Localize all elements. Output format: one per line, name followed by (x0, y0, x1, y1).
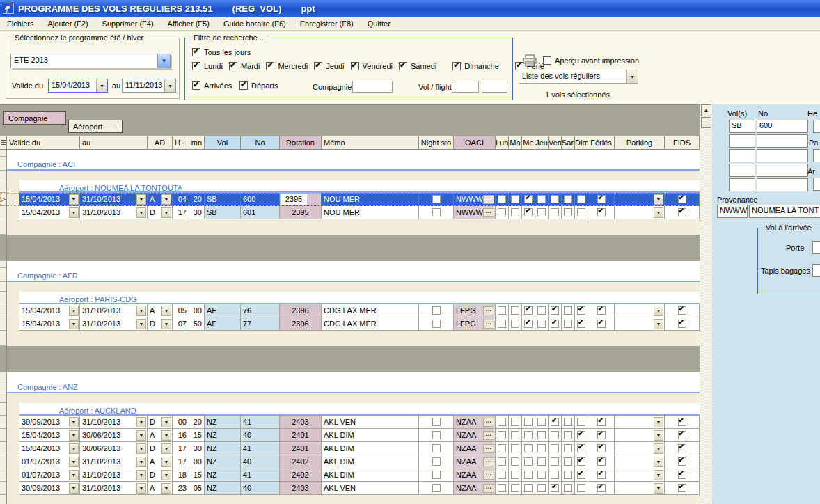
printer-icon[interactable] (522, 54, 537, 67)
day-vendredi-cell[interactable] (549, 206, 562, 219)
rotation-cell[interactable]: 2402 (280, 468, 322, 482)
day-mercredi-cell[interactable] (522, 317, 535, 331)
minute-cell[interactable]: 20 (189, 193, 205, 206)
minute-cell[interactable]: 00 (189, 455, 205, 468)
day-mercredi-cell[interactable] (522, 455, 535, 468)
chevron-down-icon[interactable]: ▼ (136, 430, 146, 441)
checkbox-icon[interactable] (551, 431, 559, 439)
flight-number-cell[interactable]: 41 (241, 442, 280, 455)
flight-row[interactable]: ▷15/04/2013▼31/10/2013▼A▼0420SB6002395NO… (0, 193, 700, 206)
checkbox-icon[interactable] (498, 320, 506, 328)
rotation-cell[interactable]: 2402 (280, 455, 322, 468)
checkbox-icon[interactable] (511, 195, 519, 203)
column-header-ma[interactable]: Ma (509, 136, 522, 149)
day-dimanche-cell[interactable] (575, 482, 588, 495)
checkbox-icon[interactable] (551, 457, 559, 466)
row-selector-cell[interactable] (0, 442, 7, 455)
feries-cell[interactable] (588, 482, 615, 495)
column-header-vol[interactable]: Vol (205, 136, 241, 149)
day-lundi-cell[interactable] (496, 304, 509, 317)
chevron-down-icon[interactable]: ▼ (69, 207, 79, 218)
oaci-cell[interactable]: NZAA… (454, 416, 496, 429)
menu-item-fichiers[interactable]: Fichiers (0, 18, 41, 29)
memo-cell[interactable]: AKL DIM (322, 429, 419, 442)
day-lundi-cell[interactable] (496, 416, 509, 429)
checkbox-icon[interactable] (229, 62, 237, 70)
checkbox-icon[interactable] (551, 471, 559, 479)
checkbox-icon[interactable] (537, 195, 546, 203)
checkbox-icon[interactable] (432, 484, 441, 492)
checkbox-icon[interactable] (524, 306, 533, 315)
arrivee-field[interactable] (813, 178, 820, 191)
memo-cell[interactable]: NOU MER (322, 193, 419, 206)
rotation-cell[interactable]: 2396 (280, 304, 322, 317)
checkbox-icon[interactable] (432, 195, 441, 203)
day-dimanche-cell[interactable] (575, 442, 588, 455)
column-header-valide-du[interactable]: Valide du (7, 136, 80, 149)
checkbox-icon[interactable] (537, 457, 546, 466)
day-samedi-cell[interactable] (562, 317, 575, 331)
column-header-f-ri-s[interactable]: Fériés (588, 136, 615, 149)
scrollbar-thumb[interactable] (701, 117, 711, 128)
row-selector-cell[interactable] (0, 379, 7, 393)
row-selector-cell[interactable] (0, 157, 7, 171)
checkbox-icon[interactable] (577, 320, 585, 328)
valid-from-cell[interactable]: 15/04/2013▼ (19, 442, 80, 455)
parking-cell[interactable]: ▼ (615, 482, 665, 495)
column-header-me[interactable]: Me (522, 136, 535, 149)
chevron-down-icon[interactable]: ▼ (136, 483, 146, 494)
chevron-down-icon[interactable]: ▼ (136, 443, 146, 454)
checkbox-mardi[interactable]: Mardi (229, 62, 260, 70)
night-stop-cell[interactable] (419, 193, 454, 206)
airline-code-cell[interactable]: NZ (205, 482, 241, 495)
checkbox-icon[interactable] (597, 431, 606, 439)
day-samedi-cell[interactable] (562, 304, 575, 317)
day-jeudi-cell[interactable] (535, 468, 549, 482)
airline-code-cell[interactable]: AF (205, 304, 241, 317)
day-jeudi-cell[interactable] (535, 442, 549, 455)
checkbox-icon[interactable] (432, 320, 441, 328)
checkbox-icon[interactable] (564, 457, 572, 466)
chevron-down-icon[interactable]: ▼ (654, 194, 663, 205)
feries-cell[interactable] (588, 429, 615, 442)
group-tab-compagnie[interactable]: Compagnie △ (3, 111, 66, 125)
checkbox-icon[interactable] (577, 418, 585, 426)
menu-item-guide[interactable]: Guide horaire (F6) (216, 18, 293, 29)
day-vendredi-cell[interactable] (549, 482, 562, 495)
day-samedi-cell[interactable] (562, 468, 575, 482)
chevron-down-icon[interactable]: ▼ (69, 319, 79, 329)
compagnie-filter-input[interactable] (352, 81, 393, 93)
program-select[interactable]: ETE 2013 ▼ (10, 54, 171, 68)
menu-item-afficher[interactable]: Afficher (F5) (161, 18, 216, 29)
day-samedi-cell[interactable] (562, 193, 575, 206)
arrival-departure-cell[interactable]: A▼ (148, 304, 173, 317)
ellipsis-button[interactable]: … (483, 320, 494, 329)
column-header-jeu[interactable]: Jeu (535, 136, 549, 149)
checkbox-icon[interactable] (452, 62, 461, 70)
flight-row[interactable]: 15/04/2013▼30/06/2013▼A▼1615NZ402401AKL … (0, 429, 700, 442)
checkbox-icon[interactable] (498, 471, 506, 479)
checkbox-icon[interactable] (537, 418, 546, 426)
night-stop-cell[interactable] (419, 206, 454, 219)
row-selector-cell[interactable] (0, 468, 7, 482)
day-jeudi-cell[interactable] (535, 455, 549, 468)
ellipsis-button[interactable]: … (483, 444, 494, 453)
checkbox-apercu-impression[interactable]: Aperçu avant impression (543, 56, 639, 65)
flight-row[interactable]: 15/04/2013▼31/10/2013▼D▼1730SB6012395NOU… (0, 206, 700, 219)
vertical-scrollbar[interactable]: ▲ (700, 104, 712, 504)
checkbox-icon[interactable] (577, 471, 585, 479)
checkbox-icon[interactable] (678, 306, 686, 315)
checkbox-icon[interactable] (498, 208, 506, 216)
checkbox-icon[interactable] (432, 208, 441, 216)
rotation-cell[interactable]: 2395 (280, 193, 322, 206)
valid-from-select[interactable]: 15/04/2013 ▼ (48, 79, 108, 93)
checkbox-icon[interactable] (239, 81, 248, 90)
checkbox-icon[interactable] (597, 484, 606, 492)
ellipsis-button[interactable]: … (483, 471, 494, 480)
checkbox-icon[interactable] (564, 484, 572, 492)
checkbox-icon[interactable] (511, 208, 519, 216)
fids-cell[interactable] (665, 193, 700, 206)
checkbox-icon[interactable] (577, 444, 585, 452)
valid-to-cell[interactable]: 31/10/2013▼ (80, 193, 148, 206)
valid-to-cell[interactable]: 31/10/2013▼ (80, 317, 148, 331)
